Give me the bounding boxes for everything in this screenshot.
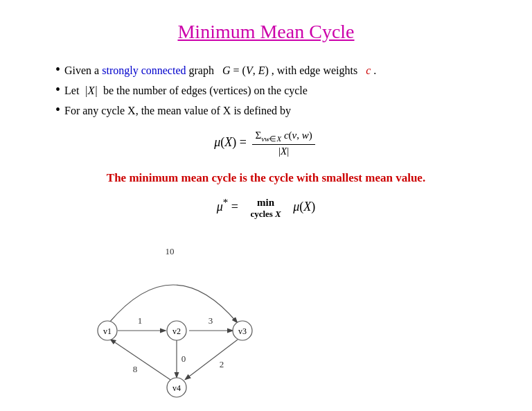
edge-v1-v3 [109,285,237,322]
bullet-dot-1: • [55,62,60,76]
edge-label-v2v4: 0 [181,353,186,364]
page-title: Minimum Mean Cycle [35,21,497,43]
min-stack: min cycles X [250,196,281,220]
node-label-v2: v2 [172,326,181,336]
mu-denominator: |X| [276,145,292,157]
node-label-v1: v1 [103,326,112,336]
mu-star-rhs: μ [293,200,299,213]
min-sub: cycles X [250,209,281,220]
edge-label-v2v3: 3 [209,315,213,326]
strongly-connected-text: strongly connected [102,64,186,76]
bullet-text-1: Given a strongly connected graph G = (V,… [64,64,376,77]
bullet-list: • Given a strongly connected graph G = (… [55,62,497,117]
edge-v4-v1 [111,340,175,383]
node-label-v3: v3 [238,326,247,336]
bullet-text-3: For any cycle X, the mean value of X is … [64,105,291,117]
mu-lhs: μ [214,135,220,149]
bullet-item-2: • Let |X| be the number of edges (vertic… [55,82,497,97]
mu-numerator: Σvw∈X c(v, w) [252,130,314,145]
graph-container: 10 1 3 2 8 0 v1 v2 v3 v4 [55,234,291,403]
size-notation: |X| [85,85,98,96]
edge-label-v4v1: 8 [133,364,138,374]
node-label-v4: v4 [172,383,181,393]
min-statement: The minimum mean cycle is the cycle with… [35,171,497,185]
edge-label-v1v3: 10 [166,246,175,256]
graph-svg: 10 1 3 2 8 0 v1 v2 v3 v4 [55,234,291,400]
graph-notation: G [222,64,231,76]
bullet-item-1: • Given a strongly connected graph G = (… [55,62,497,77]
edge-v3-v4 [186,340,238,379]
edge-label-v1v2: 1 [138,315,143,326]
bullet-item-3: • For any cycle X, the mean value of X i… [55,103,497,117]
mu-fraction: Σvw∈X c(v, w) |X| [252,130,314,157]
bullet-dot-3: • [55,103,60,116]
mu-star-block: μ* = min cycles X μ(X) [35,196,497,220]
edge-weight-var: c [366,64,371,76]
mu-formula-block: μ(X) = Σvw∈X c(v, w) |X| [35,130,497,157]
edge-label-v3v4: 2 [220,359,224,369]
mu-star-lhs: μ [217,200,223,213]
min-word: min [257,196,274,209]
bullet-dot-2: • [55,82,60,96]
bullet-text-2: Let |X| be the number of edges (vertices… [64,85,308,97]
